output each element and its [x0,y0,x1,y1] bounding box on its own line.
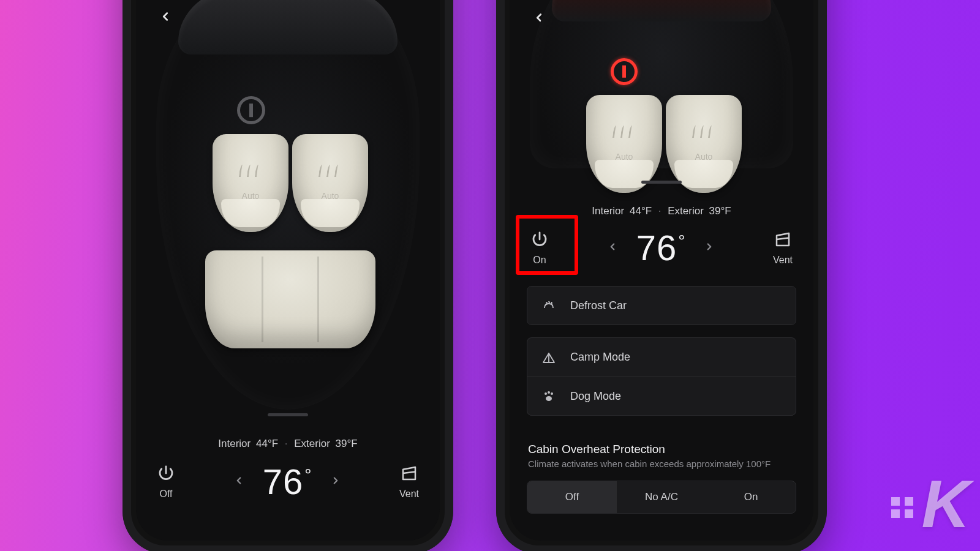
phone-frame: Auto Auto Interior 44°F · Exterior 39°F … [123,0,453,551]
seat-mode-label: Auto [292,191,368,201]
separator: · [285,438,288,449]
screen: Auto Auto Interior 44°F · Exterior 39°F … [136,0,440,541]
vent-label: Vent [773,255,793,266]
temperature-value: 76° [636,227,686,268]
temperature-control: 76° [603,227,719,268]
defrost-icon [541,298,557,313]
temp-decrease-button[interactable] [603,240,622,256]
svg-point-5 [548,391,550,394]
power-label: On [533,255,546,266]
svg-point-6 [551,392,553,395]
watermark: K [891,465,967,542]
temp-increase-button[interactable] [326,474,345,490]
interior-temp: 44°F [256,438,278,449]
drag-handle[interactable] [268,413,308,416]
volume-down-button[interactable] [496,168,497,214]
temp-decrease-button[interactable] [230,474,248,490]
temperature-control: 76° [230,461,345,502]
temperature-value: 76° [263,461,312,502]
seat-front-left[interactable]: Auto [586,95,662,193]
seat-front-left[interactable]: Auto [213,134,288,232]
svg-point-7 [546,396,552,401]
tent-icon [541,350,557,365]
overheat-subtitle: Climate activates when cabin exceeds app… [528,459,795,469]
seat-heat-icon [693,126,715,138]
steering-wheel-icon[interactable] [237,96,265,124]
camp-mode-option[interactable]: Camp Mode [527,337,796,377]
paw-icon [541,388,557,404]
seat-rear-bench[interactable] [205,250,375,348]
overheat-segmented: Off No A/C On [527,481,796,514]
option-label: Defrost Car [570,299,627,312]
phone-frame: Auto Auto Interior 44°F · Exterior 39°F … [496,0,827,551]
separator: · [658,205,662,217]
interior-label: Interior [592,205,624,217]
exterior-label: Exterior [668,205,704,217]
mute-switch[interactable] [123,70,123,97]
windshield [552,0,771,21]
side-button[interactable] [826,95,827,162]
car-body: Auto Auto [530,0,793,168]
dog-mode-option-fix[interactable]: Dog Mode [527,377,796,416]
volume-up-button[interactable] [123,113,123,159]
car-body: Auto Auto [156,0,420,410]
seat-mode-label: Auto [666,152,742,162]
exterior-label: Exterior [294,438,330,449]
seat-front-right[interactable]: Auto [292,134,368,232]
power-toggle[interactable]: On [530,230,549,266]
svg-point-4 [545,392,547,395]
interior-label: Interior [218,438,251,449]
temperature-readout: Interior 44°F · Exterior 39°F [136,438,440,450]
temperature-readout: Interior 44°F · Exterior 39°F [510,205,813,217]
option-label: Dog Mode [570,390,621,403]
steering-wheel-icon[interactable] [611,58,638,85]
overheat-off[interactable]: Off [527,481,617,513]
volume-down-button[interactable] [123,168,123,214]
seat-heat-icon [613,126,635,138]
windshield [178,0,398,54]
seat-heat-icon [319,165,341,177]
drag-handle[interactable] [641,181,682,184]
exterior-temp: 39°F [709,205,731,217]
interior-temp: 44°F [630,205,652,217]
vent-label: Vent [399,489,419,500]
screen: Auto Auto Interior 44°F · Exterior 39°F … [510,0,813,541]
seat-mode-label: Auto [213,191,288,201]
overheat-noac[interactable]: No A/C [617,481,706,513]
power-toggle[interactable]: Off [157,464,175,500]
cabin-view: Auto Auto [510,0,813,168]
volume-up-button[interactable] [496,113,497,159]
defrost-car-option[interactable]: Defrost Car [527,286,796,325]
vent-button[interactable]: Vent [399,464,419,500]
option-label: Camp Mode [570,351,630,364]
overheat-on[interactable]: On [706,481,796,513]
temp-increase-button[interactable] [700,240,718,256]
mute-switch[interactable] [496,70,497,97]
seat-front-right[interactable]: Auto [666,95,742,193]
overheat-title: Cabin Overheat Protection [528,443,795,456]
vent-button[interactable]: Vent [773,230,793,266]
seat-mode-label: Auto [586,152,662,162]
exterior-temp: 39°F [336,438,358,449]
power-label: Off [159,489,172,500]
cabin-view: Auto Auto [136,0,440,410]
seat-heat-icon [239,165,262,177]
